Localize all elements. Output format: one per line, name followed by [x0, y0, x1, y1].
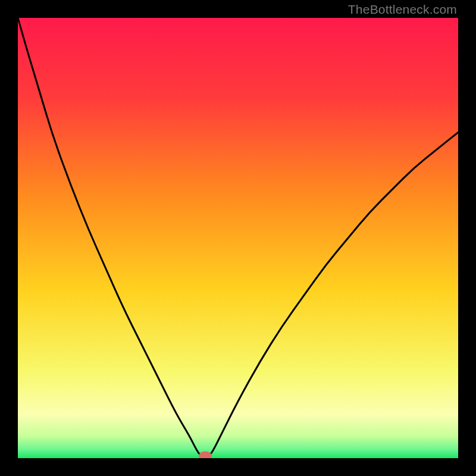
plot-area [18, 18, 458, 458]
bottleneck-curve [18, 18, 458, 458]
chart-frame: TheBottleneck.com [0, 0, 476, 476]
optimal-point-marker [199, 452, 212, 458]
watermark-text: TheBottleneck.com [348, 2, 457, 17]
